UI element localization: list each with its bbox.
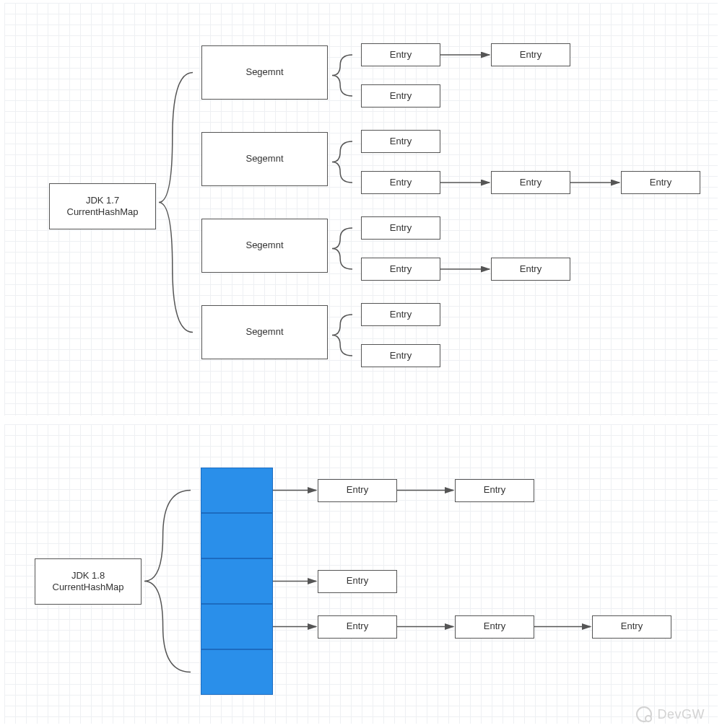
watermark-text: DevGW (658, 707, 705, 722)
entry-17-1-1-0: Entry (361, 171, 440, 194)
bucket-3 (201, 604, 273, 649)
entry-17-0-0-0: Entry (361, 43, 440, 66)
entry-18-0-1: Entry (455, 479, 534, 502)
segment-3: Segemnt (201, 305, 328, 359)
segment-0: Segemnt (201, 45, 328, 100)
entry-17-2-1-1: Entry (491, 258, 570, 281)
wechat-icon (636, 706, 652, 722)
entry-18-3-1: Entry (455, 615, 534, 639)
entry-18-3-0: Entry (318, 615, 397, 639)
entry-17-1-1-2: Entry (621, 171, 700, 194)
entry-18-0-0: Entry (318, 479, 397, 502)
bucket-0 (201, 468, 273, 513)
entry-17-3-1-0: Entry (361, 344, 440, 367)
entry-17-1-0-0: Entry (361, 130, 440, 153)
bucket-4 (201, 649, 273, 695)
entry-17-3-0-0: Entry (361, 303, 440, 326)
entry-18-2-0: Entry (318, 570, 397, 593)
segment-2: Segemnt (201, 219, 328, 273)
entry-17-2-0-0: Entry (361, 216, 440, 240)
bucket-2 (201, 558, 273, 604)
entry-17-0-1-0: Entry (361, 84, 440, 108)
entry-17-0-0-1: Entry (491, 43, 570, 66)
root-jdk17: JDK 1.7 CurrentHashMap (49, 183, 156, 229)
watermark: DevGW (636, 706, 705, 722)
entry-17-2-1-0: Entry (361, 258, 440, 281)
segment-1: Segemnt (201, 132, 328, 186)
entry-17-1-1-1: Entry (491, 171, 570, 194)
entry-18-3-2: Entry (592, 615, 671, 639)
root-jdk18: JDK 1.8 CurrentHashMap (35, 558, 142, 605)
bucket-1 (201, 513, 273, 558)
